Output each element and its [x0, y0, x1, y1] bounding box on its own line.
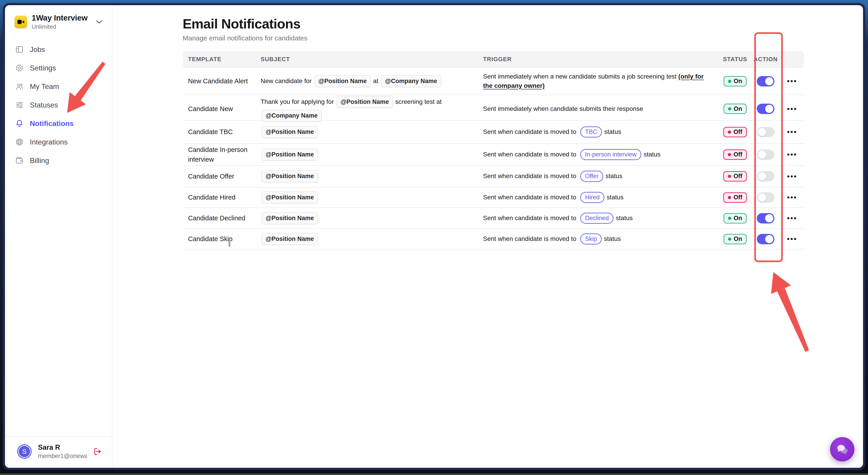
trigger-cell: Sent when candidate is moved to Offersta… — [483, 171, 718, 182]
email-toggle[interactable] — [757, 192, 774, 203]
trigger-cell: Sent when candidate is moved to Hiredsta… — [483, 192, 718, 203]
email-toggle[interactable] — [757, 234, 774, 244]
trigger-text: Sent when candidate is moved to — [483, 151, 576, 158]
row-menu-button[interactable] — [785, 173, 798, 180]
token-chip: @Position Name — [314, 75, 371, 87]
trigger-text: Sent when candidate is moved to — [483, 128, 576, 135]
template-cell: New Candidate Alert — [183, 76, 260, 86]
status-badge: On — [723, 104, 747, 114]
toggle-knob — [765, 214, 773, 223]
status-cell: Off — [723, 149, 747, 160]
email-toggle[interactable] — [757, 171, 774, 181]
action-cell — [757, 76, 774, 87]
subject-cell: Thank you for applying for @Position Nam… — [260, 95, 483, 123]
row-menu-button[interactable] — [785, 151, 798, 158]
email-toggle[interactable] — [757, 213, 774, 224]
menu-cell — [779, 68, 804, 95]
token-chip: @Company Name — [261, 110, 322, 122]
action-cell — [757, 149, 774, 160]
table-row: Candidate In-person interview@Position N… — [183, 144, 804, 166]
scrollbar-thumb[interactable] — [228, 239, 230, 247]
status-dot-icon — [728, 196, 731, 199]
template-cell: Candidate New — [183, 104, 260, 113]
subject-cell: @Position Name — [260, 191, 483, 204]
workspace-logo — [14, 15, 27, 28]
status-cell: On — [723, 76, 747, 87]
menu-cell — [779, 166, 804, 187]
page-subtitle: Manage email notifications for candidate… — [183, 34, 863, 42]
row-menu-button[interactable] — [785, 194, 798, 201]
trigger-text: Sent immediately when a new candidate su… — [483, 73, 678, 80]
row-menu-button[interactable] — [785, 106, 798, 112]
status-badge: Off — [723, 149, 747, 160]
row-menu-button[interactable] — [785, 78, 798, 84]
trigger-text: status — [604, 235, 621, 242]
status-badge: Off — [723, 171, 747, 181]
sidebar-item-notifications[interactable]: Notifications — [5, 114, 112, 133]
trigger-text: Sent immediately when candidate submits … — [483, 105, 643, 112]
email-toggle[interactable] — [757, 104, 774, 114]
token-chip: @Position Name — [261, 192, 318, 203]
template-cell: Candidate Offer — [183, 172, 260, 181]
trigger-text: at — [373, 77, 378, 84]
chat-launcher-button[interactable] — [830, 437, 855, 462]
action-cell — [757, 104, 774, 114]
menu-cell — [779, 121, 804, 143]
logout-button[interactable] — [93, 447, 103, 455]
table-row: New Candidate AlertNew candidate for @Po… — [183, 68, 804, 95]
trigger-cell: Sent when candidate is moved to In-perso… — [483, 149, 718, 160]
team-icon — [15, 82, 24, 91]
column-header-trigger: TRIGGER — [483, 56, 718, 63]
table-row: Candidate Hired@Position NameSent when c… — [183, 188, 804, 208]
row-menu-button[interactable] — [785, 129, 798, 135]
trigger-text: Sent when candidate is moved to — [483, 214, 576, 222]
template-cell: Candidate TBC — [183, 127, 260, 137]
table-row: Candidate Declined@Position NameSent whe… — [183, 208, 804, 229]
email-toggle[interactable] — [757, 149, 774, 160]
page-title: Email Notifications — [183, 16, 863, 32]
status-badge: On — [723, 213, 747, 224]
workspace-switcher[interactable]: 1Way Interview Unlimited — [5, 5, 112, 30]
subject-cell: @Position Name — [260, 169, 483, 183]
sliders-icon — [15, 100, 24, 109]
wallet-icon — [15, 156, 24, 165]
status-badge: Off — [723, 192, 747, 203]
sidebar-item-my-team[interactable]: My Team — [5, 77, 112, 96]
token-chip: @Position Name — [261, 126, 318, 138]
trigger-cell: Sent when candidate is moved to TBCstatu… — [483, 127, 718, 137]
row-menu-button[interactable] — [785, 236, 798, 242]
trigger-cell: Sent when candidate is moved to Skipstat… — [483, 233, 718, 244]
template-cell: Candidate In-person interview — [183, 145, 260, 164]
sidebar-item-billing[interactable]: Billing — [5, 151, 112, 170]
sidebar-nav: Jobs Settings My Team Statuses — [5, 40, 112, 170]
email-toggle[interactable] — [757, 127, 774, 137]
token-chip: @Position Name — [261, 233, 318, 245]
toggle-knob — [758, 150, 766, 159]
sidebar-item-integrations[interactable]: Integrations — [5, 133, 112, 151]
avatar[interactable]: S — [17, 444, 32, 459]
toggle-knob — [758, 128, 766, 136]
subject-cell: @Position Name — [260, 232, 483, 246]
status-badge: On — [723, 76, 747, 87]
status-cell: On — [723, 104, 747, 114]
sidebar-item-settings[interactable]: Settings — [5, 59, 112, 77]
sidebar-item-jobs[interactable]: Jobs — [5, 40, 112, 59]
status-cell: On — [723, 213, 747, 224]
table-row: Candidate Offer@Position NameSent when c… — [183, 166, 804, 188]
row-menu-button[interactable] — [785, 215, 798, 222]
subject-cell: New candidate for @Position Nameat @Comp… — [260, 74, 483, 88]
trigger-text: Sent when candidate is moved to — [483, 194, 576, 201]
trigger-cell: Sent immediately when candidate submits … — [483, 104, 718, 113]
workspace-name: 1Way Interview — [32, 13, 92, 22]
column-header-status: STATUS — [723, 56, 747, 63]
settings-gear-icon — [15, 63, 24, 72]
sidebar-item-statuses[interactable]: Statuses — [5, 96, 112, 114]
chevron-down-icon[interactable] — [96, 20, 102, 24]
trigger-text: status — [616, 214, 633, 222]
menu-cell — [779, 208, 804, 229]
trigger-text: screening test at — [395, 98, 441, 105]
token-chip: @Position Name — [261, 212, 318, 224]
email-toggle[interactable] — [757, 76, 774, 87]
bell-icon — [15, 119, 24, 128]
column-header-action: ACTION — [754, 56, 778, 63]
